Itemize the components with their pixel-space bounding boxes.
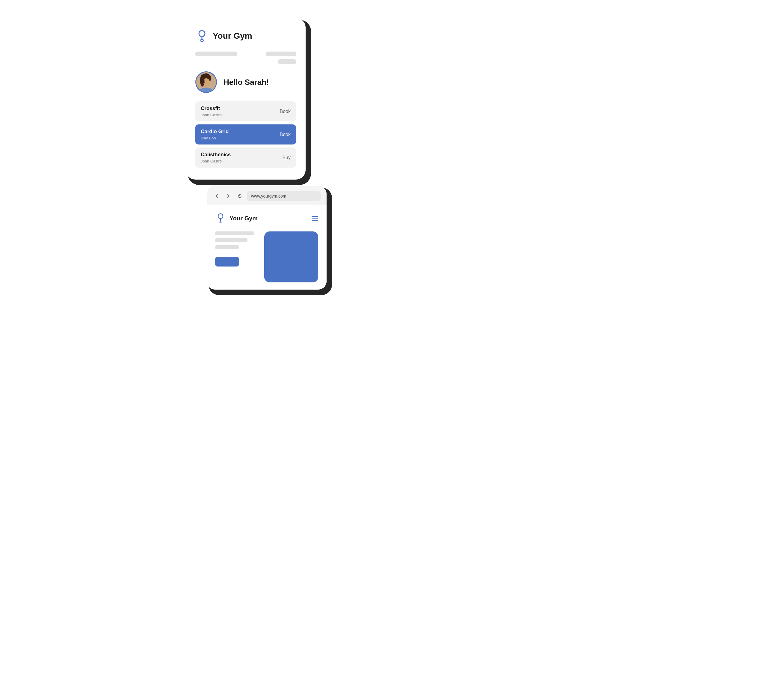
hamburger-line-2 xyxy=(312,218,318,219)
skeleton-bar-medium xyxy=(266,51,296,56)
user-greeting: Hello Sarah! xyxy=(195,71,296,93)
class-instructor-crossfit: John Castro xyxy=(201,113,222,117)
mobile-app-card: Your Gym xyxy=(186,18,306,180)
svg-point-7 xyxy=(200,74,205,86)
class-action-book-crossfit[interactable]: Book xyxy=(280,109,291,114)
hamburger-line-3 xyxy=(312,220,318,221)
forward-button[interactable] xyxy=(224,192,232,200)
class-name-calisthenics: Calisthenics xyxy=(201,152,231,158)
app-header: Your Gym xyxy=(195,29,296,43)
class-action-book-cardio-grid[interactable]: Book xyxy=(280,132,291,137)
web-brand-name: Your Gym xyxy=(229,215,258,222)
web-body xyxy=(215,231,318,282)
class-item-crossfit[interactable]: Crossfit John Castro Book xyxy=(195,101,296,121)
hamburger-line-1 xyxy=(312,216,318,217)
class-item-calisthenics[interactable]: Calisthenics John Castro Buy xyxy=(195,147,296,167)
svg-point-8 xyxy=(204,81,205,83)
web-hero-image xyxy=(264,231,318,282)
svg-point-9 xyxy=(204,83,204,84)
skeleton-bar-wide xyxy=(195,51,237,56)
svg-point-0 xyxy=(199,30,205,37)
web-skeleton-line-1 xyxy=(215,231,254,235)
web-brand-icon xyxy=(215,212,226,224)
class-info-crossfit: Crossfit John Castro xyxy=(201,105,222,117)
class-list: Crossfit John Castro Book Cardio Grid Bi… xyxy=(195,101,296,167)
avatar xyxy=(195,71,217,93)
greeting-text: Hello Sarah! xyxy=(223,78,269,87)
hamburger-menu-icon[interactable] xyxy=(312,216,318,221)
browser-card: www.yourgym.com Your Gym xyxy=(207,186,326,290)
skeleton-section xyxy=(195,51,296,64)
class-item-cardio-grid[interactable]: Cardio Grid Billy Bob Book xyxy=(195,124,296,145)
dumbbell-icon xyxy=(195,29,208,43)
back-button[interactable] xyxy=(213,192,221,200)
web-text-col xyxy=(215,231,258,266)
class-instructor-calisthenics: John Castro xyxy=(201,159,231,163)
skeleton-row-1 xyxy=(195,51,296,56)
skeleton-row-2 xyxy=(195,59,296,64)
class-info-cardio-grid: Cardio Grid Billy Bob xyxy=(201,129,229,140)
refresh-button[interactable] xyxy=(236,192,244,200)
class-name-cardio-grid: Cardio Grid xyxy=(201,129,229,135)
web-skeleton-line-3 xyxy=(215,245,239,249)
web-skeleton-line-2 xyxy=(215,238,247,242)
browser-content: Your Gym xyxy=(207,205,326,290)
address-bar[interactable]: www.yourgym.com xyxy=(247,191,321,201)
svg-point-10 xyxy=(218,214,223,218)
class-action-buy-calisthenics[interactable]: Buy xyxy=(282,155,291,160)
url-text: www.yourgym.com xyxy=(251,194,286,198)
class-instructor-cardio-grid: Billy Bob xyxy=(201,136,229,140)
class-name-crossfit: Crossfit xyxy=(201,105,222,112)
app-title: Your Gym xyxy=(213,31,252,41)
class-info-calisthenics: Calisthenics John Castro xyxy=(201,152,231,163)
web-header: Your Gym xyxy=(215,212,318,224)
web-brand: Your Gym xyxy=(215,212,258,224)
skeleton-bar-short xyxy=(278,59,296,64)
browser-toolbar: www.yourgym.com xyxy=(207,186,326,205)
web-cta-button[interactable] xyxy=(215,257,239,266)
